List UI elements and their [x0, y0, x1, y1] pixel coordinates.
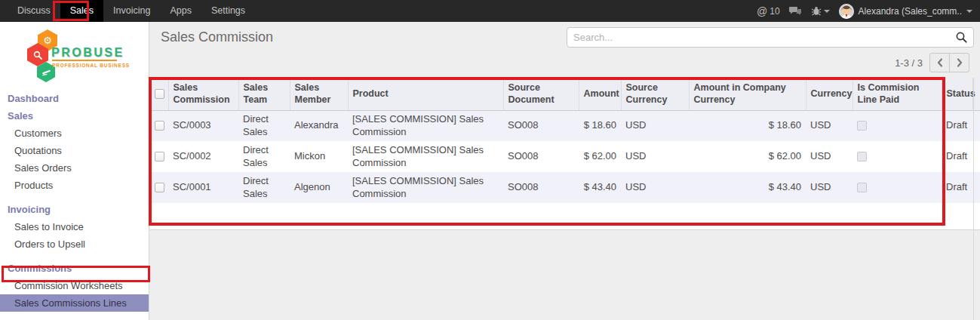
- row-select-checkbox[interactable]: [155, 183, 164, 192]
- cell-amount: $ 43.40: [579, 172, 621, 203]
- search-input[interactable]: [567, 32, 955, 43]
- messages-button[interactable]: [789, 6, 802, 17]
- search-icon[interactable]: [955, 31, 968, 44]
- cell-sales-member: Alexandra: [290, 110, 348, 141]
- user-menu[interactable]: Alexandra (Sales_comm..: [839, 4, 972, 19]
- row-select-checkbox[interactable]: [155, 121, 164, 131]
- pager-next-button[interactable]: [949, 53, 969, 72]
- col-header-product[interactable]: Product: [348, 78, 503, 110]
- debug-menu-button[interactable]: [811, 6, 830, 16]
- col-header-sales-team[interactable]: Sales Team: [238, 78, 290, 110]
- col-header-amount[interactable]: Amount: [579, 78, 621, 110]
- sidebar-item-dashboard[interactable]: Dashboard: [0, 90, 149, 107]
- table-row[interactable]: SC/0003 Direct Sales Alexandra [SALES CO…: [150, 110, 980, 141]
- mentions-button[interactable]: @ 10: [757, 5, 780, 17]
- cell-source-document: SO008: [503, 172, 579, 203]
- commission-lines-table: Sales Commission Sales Team Sales Member…: [150, 78, 980, 203]
- sidebar-item-sales-commissions-lines[interactable]: Sales Commissions Lines: [0, 294, 149, 312]
- cell-sales-team: Direct Sales: [238, 110, 290, 141]
- logo-text: PROBUSE: [51, 46, 124, 60]
- cell-currency: USD: [806, 110, 853, 141]
- sidebar-section-sales[interactable]: Sales: [0, 107, 149, 125]
- topbar-right-tools: @ 10: [757, 0, 980, 22]
- sidebar-item-customers[interactable]: Customers: [0, 125, 149, 142]
- is-paid-checkbox: [857, 121, 867, 131]
- cell-amount: $ 18.60: [579, 110, 621, 141]
- sidebar-item-products[interactable]: Products: [0, 177, 149, 194]
- sidebar-item-sales-orders[interactable]: Sales Orders: [0, 159, 149, 177]
- sidebar-item-orders-to-upsell[interactable]: Orders to Upsell: [0, 235, 149, 253]
- menu-discuss[interactable]: Discuss: [8, 0, 60, 22]
- cell-is-paid: [853, 110, 942, 141]
- cell-sales-team: Direct Sales: [238, 141, 290, 172]
- cell-source-currency: USD: [621, 172, 689, 203]
- pager-previous-button[interactable]: [929, 53, 950, 72]
- col-header-status[interactable]: Status: [942, 78, 972, 110]
- col-header-source-document[interactable]: Source Document: [503, 78, 579, 110]
- cell-is-paid: [853, 141, 942, 172]
- col-header-sales-member[interactable]: Sales Member: [290, 78, 348, 110]
- list-view: Sales Commission Sales Team Sales Member…: [150, 78, 980, 230]
- sidebar-nav: Dashboard Sales Customers Quotations Sal…: [0, 90, 149, 320]
- chat-bubbles-icon: [789, 6, 802, 17]
- logo-tagline: PROFESSIONAL BUSINESS: [52, 60, 117, 68]
- mention-count: 10: [770, 6, 779, 17]
- caret-down-icon: [966, 10, 972, 13]
- sidebar-item-quotations[interactable]: Quotations: [0, 142, 149, 159]
- cell-reference: SC/0003: [168, 110, 238, 141]
- cell-reference: SC/0001: [168, 172, 238, 203]
- cell-product: [SALES COMMISSION] Sales Commission: [348, 141, 503, 172]
- app-window: Discuss Sales Invoicing Apps Settings @ …: [0, 0, 980, 320]
- cell-currency: USD: [806, 172, 853, 203]
- cell-product: [SALES COMMISSION] Sales Commission: [348, 110, 503, 141]
- sidebar-item-sales-to-invoice[interactable]: Sales to Invoice: [0, 218, 149, 235]
- sidebar-item-commission-worksheets[interactable]: Commission Worksheets: [0, 277, 149, 294]
- cell-amount-company: $ 62.00: [689, 141, 806, 172]
- pager: 1-3 / 3: [895, 53, 969, 72]
- menu-sales[interactable]: Sales: [60, 0, 103, 22]
- user-name: Alexandra (Sales_comm..: [859, 6, 962, 17]
- bug-icon: [811, 6, 822, 16]
- cell-amount: $ 62.00: [579, 141, 621, 172]
- chevron-right-icon: [956, 57, 963, 68]
- is-paid-checkbox: [857, 152, 867, 162]
- row-select-checkbox[interactable]: [155, 152, 164, 162]
- col-header-source-currency[interactable]: Source Currency: [621, 78, 689, 110]
- sidebar: ⚙ PROBUSE PROFESSIONAL BUSINESS Dashboar…: [0, 22, 149, 320]
- cell-sales-team: Direct Sales: [238, 172, 290, 203]
- search-box: [567, 27, 974, 48]
- user-avatar: [839, 4, 854, 19]
- cell-status: Draft: [942, 141, 972, 172]
- col-header-currency[interactable]: Currency: [806, 78, 853, 110]
- company-logo: ⚙ PROBUSE PROFESSIONAL BUSINESS: [0, 22, 149, 88]
- menu-invoicing[interactable]: Invoicing: [103, 0, 160, 22]
- table-right-border: [973, 78, 974, 320]
- col-header-sales-commission[interactable]: Sales Commission: [168, 78, 238, 110]
- sidebar-section-invoicing[interactable]: Invoicing: [0, 201, 149, 218]
- is-paid-checkbox: [857, 183, 867, 192]
- table-header-row: Sales Commission Sales Team Sales Member…: [150, 78, 980, 110]
- cell-reference: SC/0002: [168, 141, 238, 172]
- table-row[interactable]: SC/0002 Direct Sales Mickon [SALES COMMI…: [150, 141, 980, 172]
- col-header-amount-company-currency[interactable]: Amount in Company Currency: [689, 78, 806, 110]
- cell-source-document: SO008: [503, 110, 579, 141]
- at-icon: @: [757, 5, 767, 17]
- cell-product: [SALES COMMISSION] Sales Commission: [348, 172, 503, 203]
- cell-is-paid: [853, 172, 942, 203]
- select-all-checkbox[interactable]: [155, 89, 164, 99]
- table-row[interactable]: SC/0001 Direct Sales Algenon [SALES COMM…: [150, 172, 980, 203]
- cell-source-currency: USD: [621, 110, 689, 141]
- pager-range: 1-3 / 3: [895, 57, 923, 69]
- cell-amount-company: $ 18.60: [689, 110, 806, 141]
- cell-amount-company: $ 43.40: [689, 172, 806, 203]
- menu-apps[interactable]: Apps: [160, 0, 201, 22]
- chevron-left-icon: [936, 57, 944, 68]
- col-header-is-commission-line-paid[interactable]: Is Commision Line Paid: [853, 78, 942, 110]
- menu-settings[interactable]: Settings: [201, 0, 255, 22]
- top-menu: Discuss Sales Invoicing Apps Settings: [0, 0, 255, 22]
- sidebar-section-commissions[interactable]: Commissions: [0, 260, 149, 277]
- top-navbar: Discuss Sales Invoicing Apps Settings @ …: [0, 0, 980, 22]
- page-title: Sales Commission: [161, 29, 273, 45]
- cell-currency: USD: [806, 141, 853, 172]
- cell-sales-member: Mickon: [290, 141, 348, 172]
